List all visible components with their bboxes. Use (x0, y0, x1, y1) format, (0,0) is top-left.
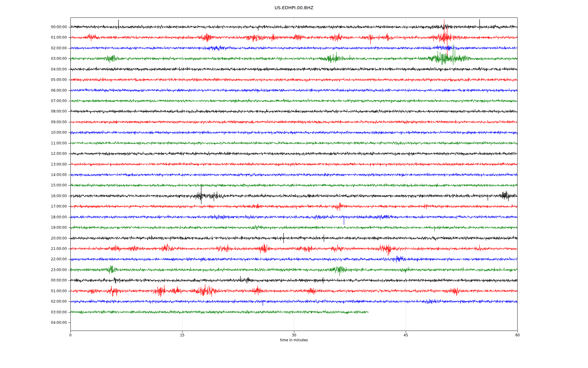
seismogram-figure: US.EDHPI.00.BHZ 00:00:0001:00:0002:00:00… (0, 0, 588, 368)
x-tick-mark (182, 331, 183, 333)
y-tick-mark (68, 270, 70, 270)
y-tick-mark (68, 238, 70, 239)
seismogram-canvas (70, 17, 518, 331)
y-tick-mark (68, 27, 70, 27)
y-tick-label: 22:00:00 (39, 257, 67, 261)
y-tick-mark (68, 312, 70, 312)
y-tick-label: 01:00:00 (39, 289, 67, 293)
y-tick-mark (68, 143, 70, 144)
x-tick-mark (518, 331, 518, 333)
y-tick-mark (68, 37, 70, 38)
x-tick-label: 30 (285, 333, 303, 337)
y-tick-mark (68, 69, 70, 70)
y-tick-mark (68, 217, 70, 217)
y-tick-label: 20:00:00 (39, 236, 67, 240)
y-tick-mark (68, 206, 70, 207)
y-tick-label: 21:00:00 (39, 247, 67, 251)
y-tick-label: 14:00:00 (39, 173, 67, 177)
y-tick-label: 18:00:00 (39, 215, 67, 219)
x-tick-mark (406, 331, 406, 333)
y-tick-mark (68, 90, 70, 91)
y-tick-label: 16:00:00 (39, 194, 67, 198)
y-tick-label: 09:00:00 (39, 120, 67, 124)
y-tick-mark (68, 196, 70, 196)
y-tick-label: 00:00:00 (39, 25, 67, 29)
y-tick-mark (68, 80, 70, 80)
y-tick-mark (68, 132, 70, 133)
y-tick-mark (68, 154, 70, 154)
y-tick-label: 00:00:00 (39, 278, 67, 282)
y-tick-mark (68, 249, 70, 249)
y-tick-label: 01:00:00 (39, 35, 67, 40)
y-tick-label: 03:00:00 (39, 310, 67, 314)
y-tick-label: 04:00:00 (39, 320, 67, 325)
y-tick-label: 11:00:00 (39, 141, 67, 145)
chart-title: US.EDHPI.00.BHZ (0, 5, 588, 10)
x-tick-label: 15 (173, 333, 191, 337)
y-tick-label: 15:00:00 (39, 183, 67, 187)
plot-area (70, 17, 518, 331)
y-tick-label: 05:00:00 (39, 78, 67, 82)
y-tick-label: 06:00:00 (39, 88, 67, 93)
x-tick-label: 45 (397, 333, 415, 337)
y-tick-mark (68, 301, 70, 302)
y-tick-label: 19:00:00 (39, 225, 67, 230)
y-tick-label: 10:00:00 (39, 130, 67, 135)
x-tick-label: 0 (61, 333, 80, 337)
y-tick-mark (68, 164, 70, 165)
x-tick-mark (294, 331, 294, 333)
y-tick-label: 03:00:00 (39, 56, 67, 61)
y-tick-label: 02:00:00 (39, 299, 67, 304)
y-tick-mark (68, 111, 70, 112)
y-tick-label: 12:00:00 (39, 151, 67, 156)
y-tick-mark (68, 323, 70, 323)
x-tick-label: 60 (508, 333, 527, 337)
y-tick-mark (68, 185, 70, 186)
y-tick-label: 17:00:00 (39, 204, 67, 209)
x-tick-mark (70, 331, 71, 333)
y-tick-mark (68, 122, 70, 122)
y-tick-mark (68, 291, 70, 291)
y-tick-label: 13:00:00 (39, 162, 67, 167)
y-tick-mark (68, 228, 70, 228)
y-tick-mark (68, 101, 70, 101)
y-tick-mark (68, 280, 70, 281)
x-axis-title: time in minutes (70, 338, 518, 342)
y-tick-label: 04:00:00 (39, 67, 67, 71)
y-tick-label: 08:00:00 (39, 109, 67, 113)
y-tick-mark (68, 48, 70, 48)
y-tick-mark (68, 259, 70, 259)
y-tick-mark (68, 175, 70, 175)
y-tick-label: 07:00:00 (39, 99, 67, 103)
y-tick-label: 23:00:00 (39, 268, 67, 272)
y-tick-mark (68, 59, 70, 59)
y-tick-label: 02:00:00 (39, 46, 67, 50)
